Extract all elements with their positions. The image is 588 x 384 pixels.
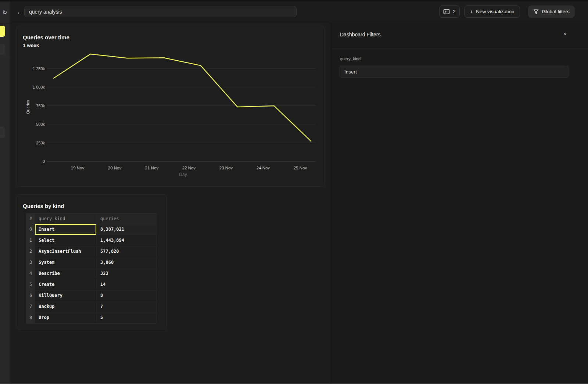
filter-funnel-icon bbox=[533, 9, 539, 14]
y-axis-tick-label: 250k bbox=[36, 141, 45, 145]
row-index-cell: 4 bbox=[26, 268, 35, 279]
query-kind-cell[interactable]: Select bbox=[35, 235, 96, 246]
x-axis-tick-label: 25 Nov bbox=[294, 166, 307, 170]
panel-divider bbox=[331, 48, 588, 49]
queries-value-cell[interactable]: 14 bbox=[96, 279, 156, 290]
x-axis-tick-label: 23 Nov bbox=[219, 166, 233, 170]
table-row: 7Backup7 bbox=[26, 301, 156, 312]
x-axis-tick-label: 22 Nov bbox=[182, 166, 196, 170]
close-icon[interactable]: × bbox=[561, 30, 570, 39]
queries-over-time-chart[interactable]: 0250k500k750k1 000k1 250k19 Nov20 Nov21 … bbox=[17, 26, 325, 187]
table-row: 5Create14 bbox=[26, 279, 156, 290]
y-axis-tick-label: 500k bbox=[36, 122, 45, 126]
y-axis-tick-label: 750k bbox=[36, 104, 45, 108]
filter-field-label: query_kind bbox=[340, 57, 361, 61]
table-header-query-kind: query_kind bbox=[35, 213, 96, 224]
sidebar-item-active-dashboard[interactable] bbox=[0, 26, 5, 37]
queries-over-time-card: Queries over time 1 week 0250k500k750k1 … bbox=[17, 26, 325, 187]
row-index-cell: 3 bbox=[26, 257, 35, 268]
row-index-cell: 6 bbox=[26, 290, 35, 301]
row-index-cell: 1 bbox=[26, 235, 35, 246]
queries-value-cell[interactable]: 323 bbox=[96, 268, 156, 279]
x-axis-tick-label: 19 Nov bbox=[71, 166, 85, 170]
x-axis-tick-label: 21 Nov bbox=[145, 166, 159, 170]
history-icon[interactable]: ↻ bbox=[0, 8, 9, 17]
queries-value-cell[interactable]: 8 bbox=[96, 290, 156, 301]
sql-console-button[interactable]: 2 bbox=[439, 6, 460, 18]
global-filters-label: Global filters bbox=[542, 9, 569, 14]
query-kind-filter-input[interactable] bbox=[340, 66, 569, 78]
row-index-cell: 5 bbox=[26, 279, 35, 290]
x-axis-tick-label: 24 Nov bbox=[257, 166, 270, 170]
sidebar-item-dashboard[interactable] bbox=[0, 127, 5, 138]
console-count-badge: 2 bbox=[453, 9, 456, 14]
table-header-queries: queries bbox=[96, 213, 156, 224]
query-kind-cell[interactable]: Backup bbox=[35, 301, 96, 312]
new-visualization-button[interactable]: + New visualization bbox=[464, 6, 520, 18]
dashboard-title-input[interactable] bbox=[24, 6, 297, 17]
table-row: 6KillQuery8 bbox=[26, 290, 156, 301]
sidebar-item-dashboard[interactable] bbox=[0, 44, 5, 55]
dashboard-page: ↻ ← 2 + New visualization Global filters bbox=[0, 0, 588, 384]
global-filters-button[interactable]: Global filters bbox=[528, 6, 575, 18]
back-arrow-icon[interactable]: ← bbox=[15, 7, 25, 17]
new-visualization-label: New visualization bbox=[476, 9, 514, 14]
table-header-index: # bbox=[26, 213, 35, 224]
query-kind-cell[interactable]: KillQuery bbox=[35, 290, 96, 301]
panel-title: Dashboard Filters bbox=[340, 32, 381, 37]
table-row: 1Select1,443,894 bbox=[26, 235, 156, 246]
table-row: 3System3,060 bbox=[26, 257, 156, 268]
table-row: 2AsyncInsertFlush577,820 bbox=[26, 246, 156, 257]
queries-value-cell[interactable]: 1,443,894 bbox=[96, 235, 156, 246]
x-axis-tick-label: 20 Nov bbox=[108, 166, 122, 170]
row-index-cell: 7 bbox=[26, 301, 35, 312]
query-kind-cell[interactable]: Drop bbox=[35, 312, 96, 323]
query-kind-cell[interactable]: Create bbox=[35, 279, 96, 290]
query-kind-cell[interactable]: AsyncInsertFlush bbox=[35, 246, 96, 257]
y-axis-tick-label: 1 000k bbox=[33, 85, 45, 89]
row-index-cell: 8 bbox=[26, 312, 35, 323]
y-axis-tick-label: 1 250k bbox=[33, 67, 45, 71]
table-header-row: # query_kind queries bbox=[26, 213, 156, 224]
table-row: 8Drop5 bbox=[26, 312, 156, 323]
queries-line-series bbox=[54, 54, 311, 141]
top-bar: ← 2 + New visualization Global filters bbox=[10, 1, 588, 23]
queries-by-kind-card: Queries by kind # query_kind queries 0In… bbox=[17, 194, 166, 330]
queries-table: # query_kind queries 0Insert8,307,0211Se… bbox=[26, 213, 157, 324]
x-axis-title: Day bbox=[179, 172, 187, 177]
query-kind-cell[interactable]: Describe bbox=[35, 268, 96, 279]
terminal-icon bbox=[443, 9, 450, 14]
left-sidebar: ↻ bbox=[0, 1, 10, 384]
queries-value-cell[interactable]: 5 bbox=[96, 312, 156, 323]
y-axis-tick-label: 0 bbox=[43, 159, 45, 164]
query-kind-cell[interactable]: Insert bbox=[35, 224, 96, 235]
queries-value-cell[interactable]: 3,060 bbox=[96, 257, 156, 268]
queries-value-cell[interactable]: 7 bbox=[96, 301, 156, 312]
queries-value-cell[interactable]: 8,307,021 bbox=[96, 224, 156, 235]
table-title: Queries by kind bbox=[23, 203, 64, 209]
sidebar-divider bbox=[0, 58, 10, 58]
sidebar-divider bbox=[0, 23, 10, 24]
table-row: 4Describe323 bbox=[26, 268, 156, 279]
queries-value-cell[interactable]: 577,820 bbox=[96, 246, 156, 257]
row-index-cell: 2 bbox=[26, 246, 35, 257]
table-body: 0Insert8,307,0211Select1,443,8942AsyncIn… bbox=[26, 224, 156, 323]
y-axis-title: Queries bbox=[26, 100, 30, 114]
main-content: Queries over time 1 week 0250k500k750k1 … bbox=[10, 23, 331, 383]
table-row: 0Insert8,307,021 bbox=[26, 224, 156, 235]
query-kind-cell[interactable]: System bbox=[35, 257, 96, 268]
plus-icon: + bbox=[470, 8, 473, 15]
row-index-cell: 0 bbox=[26, 224, 35, 235]
dashboard-filters-panel: Dashboard Filters × query_kind bbox=[331, 23, 588, 383]
